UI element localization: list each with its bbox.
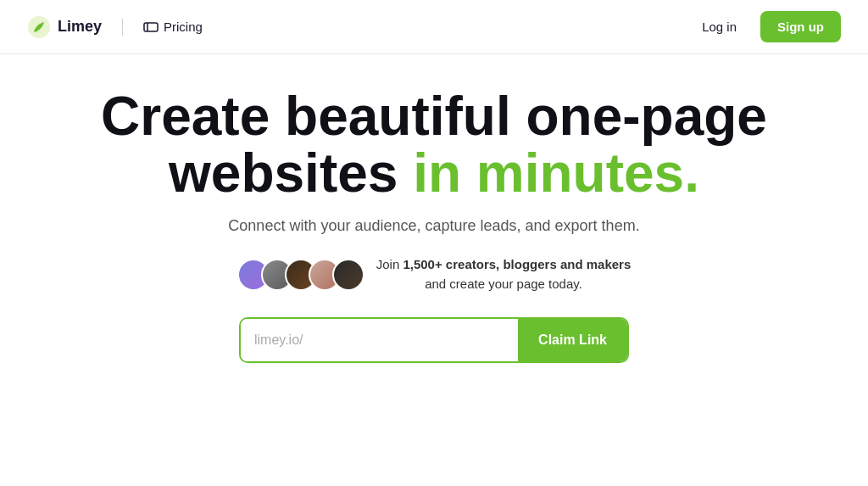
logo-icon [27, 15, 51, 39]
login-button[interactable]: Log in [692, 13, 747, 41]
avatar [332, 259, 364, 291]
hero-subtext: Connect with your audience, capture lead… [228, 217, 639, 235]
claim-link-button[interactable]: Claim Link [518, 319, 627, 361]
social-proof-text: Join 1,500+ creators, bloggers and maker… [376, 255, 632, 293]
hero-section: Create beautiful one-page websites in mi… [0, 54, 868, 390]
svg-rect-1 [144, 23, 158, 31]
social-proof-count: 1,500+ creators, bloggers and makers [403, 257, 631, 271]
nav-left: Limey Pricing [27, 15, 203, 39]
cta-row: Claim Link [239, 317, 629, 363]
social-proof: Join 1,500+ creators, bloggers and maker… [237, 255, 632, 293]
headline-part1: Create beautiful one-page [101, 86, 767, 147]
pricing-label: Pricing [164, 20, 203, 34]
headline-green: in minutes. [413, 142, 699, 204]
signup-button[interactable]: Sign up [760, 11, 841, 42]
logo-text: Limey [58, 18, 102, 36]
avatar-group [237, 259, 364, 291]
url-input[interactable] [241, 319, 518, 361]
pricing-nav-item[interactable]: Pricing [143, 20, 203, 35]
social-proof-line2: and create your page today. [376, 275, 632, 294]
social-proof-line1: Join 1,500+ creators, bloggers and maker… [376, 255, 632, 275]
nav-right: Log in Sign up [692, 11, 841, 42]
navbar: Limey Pricing Log in Sign up [0, 0, 868, 54]
headline-part2: websites [169, 142, 413, 204]
hero-headline: Create beautiful one-page websites in mi… [101, 88, 767, 202]
pricing-icon [143, 20, 159, 35]
logo-link[interactable]: Limey [27, 15, 102, 39]
nav-divider [122, 19, 123, 36]
